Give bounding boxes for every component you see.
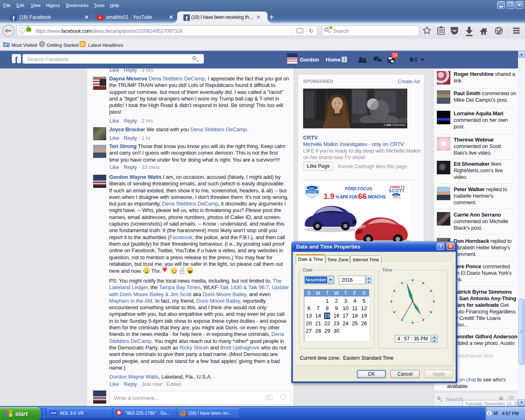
svg-text:Plant City: Plant City [393,197,401,199]
svg-text:/MONTHS: /MONTHS [368,195,386,199]
svg-text:SCOTT: SCOTT [389,189,405,193]
svg-text:Ford: Ford [309,187,314,189]
svg-text:1.9: 1.9 [324,192,334,201]
svg-text:% APR FOR: % APR FOR [336,195,358,199]
svg-text:CERTIFIED: CERTIFIED [307,191,317,193]
svg-text:A crtv ORIGINAL: A crtv ORIGINAL [383,123,406,126]
svg-text:Ford: Ford [394,194,399,196]
svg-text:FORD FOCUS: FORD FOCUS [345,187,372,191]
svg-text:66: 66 [358,192,367,201]
